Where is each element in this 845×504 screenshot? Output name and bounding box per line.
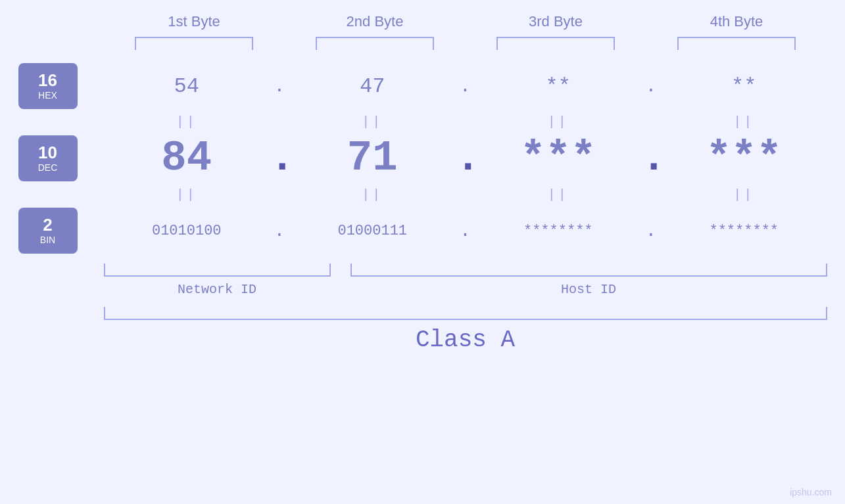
equals-cell-7: || [475,187,642,202]
dec-byte2: 71 [289,135,456,182]
watermark: ipshu.com [790,487,832,497]
bracket-line-2 [316,37,434,50]
hex-label-box: 16 HEX [18,63,78,109]
bracket-line-1 [135,37,253,50]
equals-cell-2: || [289,114,456,129]
bracket-line-3 [496,37,615,50]
bracket-cell-3 [466,37,646,50]
bin-row: 2 BIN 01010100 . 01000111 . ******** . *… [18,208,827,254]
dec-dot3: . [641,135,661,182]
equals-cell-6: || [289,187,456,202]
full-bottom-bracket [104,307,827,320]
dec-dot2: . [456,135,475,182]
equals-cell-4: || [661,114,827,129]
bin-base-label: BIN [40,235,55,245]
equals-row-2: || || || || [104,187,827,202]
hex-dot1: . [270,76,289,97]
bin-dot3: . [641,221,661,241]
bottom-brackets [104,263,827,277]
bin-byte1: 01010100 [104,223,270,239]
id-labels: Network ID Host ID [104,282,827,297]
bracket-line-4 [677,37,796,50]
dec-byte4: *** [661,135,827,182]
hex-base-number: 16 [38,72,57,89]
host-id-label: Host ID [350,282,827,297]
hex-byte1: 54 [104,74,270,99]
bin-byte4: ******** [661,223,827,239]
top-brackets [104,37,827,50]
bottom-section: Network ID Host ID Class A [18,263,827,354]
bracket-cell-2 [285,37,466,50]
byte1-header: 1st Byte [104,13,285,30]
hex-byte4: ** [661,74,827,99]
network-id-label: Network ID [104,282,331,297]
bin-base-number: 2 [43,216,52,233]
hex-dot2: . [456,76,475,97]
network-bracket [104,263,331,277]
dec-row: 10 DEC 84 . 71 . *** . *** [18,135,827,182]
hex-byte2: 47 [289,74,456,99]
bracket-cell-1 [104,37,285,50]
bin-label-box: 2 BIN [18,208,78,254]
dec-base-number: 10 [38,144,57,161]
equals-row-1: || || || || [104,114,827,129]
equals-cell-1: || [104,114,270,129]
byte4-header: 4th Byte [646,13,827,30]
bin-dot2: . [456,221,475,241]
dec-base-label: DEC [38,162,58,173]
host-bracket [350,263,827,277]
hex-values-row: 54 . 47 . ** . ** [104,74,827,99]
bracket-cell-4 [646,37,827,50]
byte3-header: 3rd Byte [466,13,646,30]
hex-dot3: . [641,76,661,97]
dec-label-box: 10 DEC [18,135,78,181]
bin-byte2: 01000111 [289,223,456,239]
dec-byte1: 84 [104,135,270,182]
byte-headers: 1st Byte 2nd Byte 3rd Byte 4th Byte [104,13,827,30]
hex-byte3: ** [475,74,642,99]
byte2-header: 2nd Byte [285,13,466,30]
bin-values-row: 01010100 . 01000111 . ******** . *******… [104,221,827,241]
class-label: Class A [104,327,827,354]
equals-cell-5: || [104,187,270,202]
dec-values-row: 84 . 71 . *** . *** [104,135,827,182]
hex-row: 16 HEX 54 . 47 . ** . ** [18,63,827,109]
dec-byte3: *** [475,135,642,182]
bin-byte3: ******** [475,223,642,239]
main-container: 1st Byte 2nd Byte 3rd Byte 4th Byte 16 H… [0,0,845,504]
hex-base-label: HEX [38,90,57,101]
bin-dot1: . [270,221,289,241]
dec-dot1: . [270,135,289,182]
equals-cell-8: || [661,187,827,202]
equals-cell-3: || [475,114,642,129]
